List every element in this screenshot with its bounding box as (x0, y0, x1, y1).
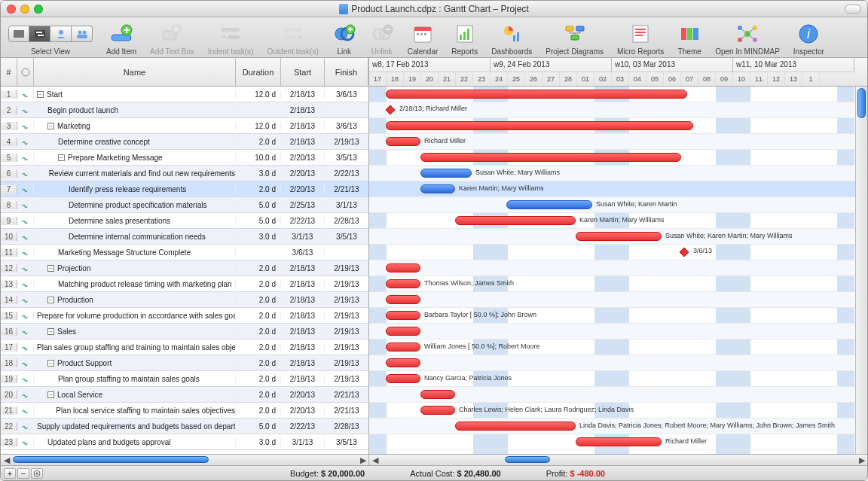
scroll-right-icon[interactable]: ▶ (357, 455, 368, 466)
duration-cell[interactable]: 10.0 d (236, 154, 281, 162)
task-name-cell[interactable]: Matching product release timing with mar… (34, 280, 236, 288)
task-name-cell[interactable]: Updated plans and budgets approval (34, 438, 236, 446)
start-cell[interactable]: 2/18/13 (281, 312, 325, 320)
gantt-row[interactable]: Susan White; Mary Williams (369, 166, 867, 181)
task-name-cell[interactable]: Plan sales group staffing and training t… (34, 343, 236, 352)
task-name-cell[interactable]: Supply updated requirements and budgets … (34, 422, 236, 431)
titlebar[interactable]: Product Launch.cdpz : Gantt Chart – Proj… (1, 1, 867, 17)
toolbar-toggle-button[interactable] (845, 5, 861, 14)
table-row[interactable]: 21Plan local service staffing to maintai… (1, 403, 368, 419)
gantt-row[interactable]: Charles Lewis; Helen Clark; Laura Rodrig… (369, 403, 867, 419)
finish-cell[interactable]: 3/6/13 (325, 122, 368, 130)
task-name-cell[interactable]: Determine creative concept (34, 138, 236, 146)
scroll-right-icon[interactable]: ▶ (856, 455, 867, 466)
table-row[interactable]: 13Matching product release timing with m… (1, 276, 368, 292)
table-row[interactable]: 9Determine sales presentations5.0 d2/22/… (1, 213, 368, 229)
gantt-row[interactable] (369, 292, 867, 308)
settings-button[interactable] (31, 468, 43, 479)
table-row[interactable]: 19Plan group staffing to maintain sales … (1, 371, 368, 387)
collapse-toggle[interactable]: − (37, 91, 44, 98)
gantt-bar[interactable]: Karen Martin; Mary Williams (455, 216, 576, 225)
table-row[interactable]: 20−Local Service2.0 d2/20/132/21/13 (1, 387, 368, 403)
open-mindmap-group[interactable]: Open In MINDMAP (715, 21, 780, 56)
duration-cell[interactable]: 2.0 d (236, 138, 281, 146)
finish-cell[interactable]: 2/21/13 (325, 391, 368, 399)
gantt-row[interactable]: Karen Martin; Mary Williams (369, 181, 867, 197)
finish-cell[interactable]: 3/5/13 (325, 154, 368, 162)
gantt-row[interactable]: 3/6/13 (369, 245, 867, 260)
collapse-toggle[interactable]: − (47, 391, 54, 398)
finish-cell[interactable]: 2/19/13 (325, 359, 368, 367)
collapse-toggle[interactable]: − (47, 123, 54, 129)
finish-cell[interactable]: 2/28/13 (325, 217, 368, 225)
gantt-bar[interactable] (386, 295, 420, 304)
gantt-bar[interactable] (386, 90, 687, 99)
finish-cell[interactable]: 2/22/13 (325, 169, 368, 178)
table-row[interactable]: 16−Sales2.0 d2/18/132/19/13 (1, 324, 368, 339)
start-cell[interactable]: 3/1/13 (281, 233, 325, 241)
gantt-row[interactable]: Nancy Garcia; Patricia Jones (369, 371, 867, 387)
gantt-row[interactable]: 2/18/13; Richard Miller (369, 102, 867, 118)
duration-cell[interactable]: 2.0 d (236, 375, 281, 383)
add-item-group[interactable]: Add Item (106, 21, 136, 56)
scroll-thumb[interactable] (505, 456, 550, 463)
start-cell[interactable]: 2/20/13 (281, 154, 325, 162)
duration-cell[interactable]: 3.0 d (236, 233, 281, 241)
gantt-bar[interactable]: Karen Martin; Mary Williams (420, 184, 455, 193)
finish-cell[interactable]: 2/28/13 (325, 422, 368, 431)
table-row[interactable]: 8Determine product specification materia… (1, 197, 368, 213)
vertical-scrollbar[interactable] (855, 87, 867, 454)
col-start[interactable]: Start (281, 58, 325, 86)
task-name-cell[interactable]: −Start (34, 90, 236, 99)
view-resource-button[interactable] (50, 26, 72, 42)
gantt-row[interactable] (369, 355, 867, 371)
table-row[interactable]: 23Updated plans and budgets approval3.0 … (1, 434, 368, 450)
col-finish[interactable]: Finish (325, 58, 368, 86)
vscroll-thumb[interactable] (857, 88, 866, 118)
duration-cell[interactable]: 2.0 d (236, 296, 281, 304)
start-cell[interactable]: 2/20/13 (281, 185, 325, 193)
inspector-group[interactable]: i Inspector (793, 21, 824, 56)
start-cell[interactable]: 2/18/13 (281, 106, 325, 114)
table-row[interactable]: 12−Projection2.0 d2/18/132/19/13 (1, 260, 368, 276)
table-row[interactable]: 1−Start12.0 d2/18/133/6/13 (1, 87, 368, 102)
duration-cell[interactable]: 3.0 d (236, 169, 281, 178)
task-name-cell[interactable]: Prepare for volume production in accorda… (34, 312, 236, 320)
start-cell[interactable]: 2/22/13 (281, 422, 325, 431)
finish-cell[interactable]: 2/19/13 (325, 343, 368, 352)
task-name-cell[interactable]: −Product Support (34, 359, 236, 367)
table-row[interactable]: 4Determine creative concept2.0 d2/18/132… (1, 134, 368, 150)
finish-cell[interactable]: 2/19/13 (325, 375, 368, 383)
start-cell[interactable]: 2/18/13 (281, 138, 325, 146)
add-row-button[interactable]: + (4, 468, 16, 479)
start-cell[interactable]: 3/6/13 (281, 248, 325, 257)
gantt-bar[interactable] (386, 121, 693, 130)
task-name-cell[interactable]: Begin product launch (34, 106, 236, 114)
gantt-row[interactable]: Barbara Taylor [ 50.0 %]; John Brown (369, 308, 867, 324)
col-duration[interactable]: Duration (236, 58, 281, 86)
start-cell[interactable]: 3/1/13 (281, 438, 325, 446)
finish-cell[interactable]: 2/21/13 (325, 185, 368, 193)
table-row[interactable]: 14−Production2.0 d2/18/132/19/13 (1, 292, 368, 308)
table-row[interactable]: 17Plan sales group staffing and training… (1, 339, 368, 355)
table-row[interactable]: 18−Product Support2.0 d2/18/132/19/13 (1, 355, 368, 371)
start-cell[interactable]: 2/18/13 (281, 280, 325, 288)
gantt-row[interactable] (369, 387, 867, 403)
gantt-bar[interactable] (386, 358, 420, 367)
task-name-cell[interactable]: Determine product specification material… (34, 201, 236, 209)
finish-cell[interactable]: 2/19/13 (325, 138, 368, 146)
duration-cell[interactable]: 12.0 d (236, 122, 281, 130)
finish-cell[interactable]: 2/19/13 (325, 264, 368, 272)
start-cell[interactable]: 2/18/13 (281, 327, 325, 336)
start-cell[interactable]: 2/20/13 (281, 169, 325, 178)
gantt-bar[interactable]: Thomas Wilson; James Smith (386, 279, 420, 288)
duration-cell[interactable]: 3.0 d (236, 438, 281, 446)
finish-cell[interactable]: 2/19/13 (325, 312, 368, 320)
start-cell[interactable]: 2/20/13 (281, 391, 325, 399)
gantt-row[interactable] (369, 260, 867, 276)
gantt-bar[interactable]: Barbara Taylor [ 50.0 %]; John Brown (386, 311, 420, 320)
task-name-cell[interactable]: Identify press release requirements (34, 185, 236, 193)
gantt-row[interactable] (369, 324, 867, 339)
reports-group[interactable]: Reports (451, 21, 478, 56)
gantt-bar[interactable]: Linda Davis; Patricia Jones; Robert Moor… (455, 422, 576, 431)
